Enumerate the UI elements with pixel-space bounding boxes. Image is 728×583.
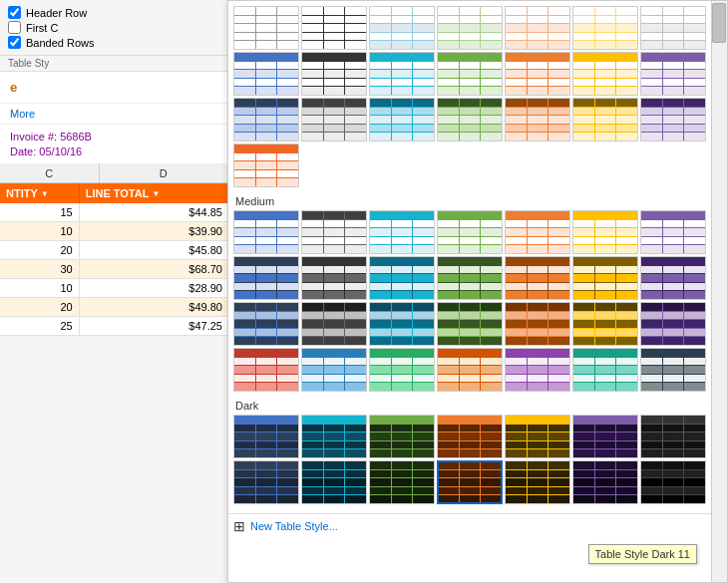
- dark-section-label: Dark: [233, 396, 708, 415]
- table-style-thumb[interactable]: [640, 256, 706, 300]
- column-headers: C D: [0, 163, 228, 183]
- table-style-thumb[interactable]: [572, 348, 638, 392]
- table-style-thumb[interactable]: [640, 460, 706, 504]
- table-style-thumb[interactable]: [369, 256, 435, 300]
- table-style-thumb[interactable]: [437, 460, 503, 504]
- header-row-option[interactable]: Header Row: [8, 6, 220, 19]
- table-style-thumb[interactable]: [640, 348, 706, 392]
- header-row-checkbox[interactable]: [8, 6, 21, 19]
- table-style-thumb[interactable]: [369, 52, 435, 96]
- table-style-thumb[interactable]: [640, 302, 706, 346]
- table-style-thumb[interactable]: [233, 6, 299, 50]
- table-style-thumb[interactable]: [301, 256, 367, 300]
- banded-rows-option[interactable]: Banded Rows: [8, 36, 220, 49]
- scrollbar-track[interactable]: [711, 1, 727, 582]
- invoice-number: Invoice #: 5686B: [10, 131, 218, 143]
- new-style-icon: ⊞: [233, 518, 245, 534]
- total-dropdown-arrow[interactable]: ▼: [152, 189, 160, 198]
- light-style-grid: [233, 6, 708, 187]
- table-style-thumb[interactable]: [640, 210, 706, 254]
- table-style-thumb[interactable]: [301, 52, 367, 96]
- left-panel: Header Row First C Banded Rows Table Sty…: [0, 0, 229, 583]
- table-row: 25 $47.25: [0, 317, 228, 336]
- table-style-thumb[interactable]: [437, 98, 503, 142]
- table-style-thumb[interactable]: [572, 210, 638, 254]
- table-style-thumb[interactable]: [505, 256, 570, 300]
- table-style-thumb[interactable]: [369, 415, 435, 458]
- invoice-title: e: [0, 72, 228, 104]
- table-style-thumb[interactable]: [233, 415, 299, 458]
- new-style-text: New Table Style...: [250, 520, 338, 532]
- table-style-thumb[interactable]: [233, 256, 299, 300]
- style-tooltip: Table Style Dark 11: [588, 544, 697, 564]
- table-style-thumb[interactable]: [301, 302, 367, 346]
- table-style-options: Header Row First C Banded Rows: [0, 0, 228, 56]
- table-style-thumb[interactable]: [572, 460, 638, 504]
- table-style-thumb[interactable]: [505, 460, 570, 504]
- table-style-thumb[interactable]: [572, 98, 638, 142]
- table-header: NTITY ▼ LINE TOTAL ▼: [0, 183, 228, 203]
- banded-rows-label: Banded Rows: [26, 37, 95, 49]
- table-style-thumb[interactable]: [505, 415, 570, 458]
- col-header-c: C: [0, 163, 100, 182]
- table-style-thumb[interactable]: [437, 210, 503, 254]
- new-table-style-link[interactable]: ⊞ New Table Style...: [228, 513, 727, 538]
- table-style-thumb[interactable]: [233, 348, 299, 392]
- table-style-thumb[interactable]: [640, 415, 706, 458]
- table-style-thumb[interactable]: [505, 348, 570, 392]
- scrollbar-thumb[interactable]: [712, 3, 726, 43]
- table-style-thumb[interactable]: [572, 52, 638, 96]
- table-style-thumb[interactable]: [233, 302, 299, 346]
- table-style-thumb[interactable]: [233, 144, 299, 187]
- table-style-thumb[interactable]: [233, 52, 299, 96]
- table-style-thumb[interactable]: [301, 348, 367, 392]
- table-style-thumb[interactable]: [572, 302, 638, 346]
- table-style-thumb[interactable]: [640, 52, 706, 96]
- table-style-thumb[interactable]: [437, 256, 503, 300]
- qty-header: NTITY ▼: [0, 183, 80, 203]
- table-style-thumb[interactable]: [640, 6, 706, 50]
- table-style-thumb[interactable]: [437, 415, 503, 458]
- table-style-thumb[interactable]: [301, 210, 367, 254]
- table-row: 20 $49.80: [0, 298, 228, 317]
- medium-section-label: Medium: [233, 191, 708, 210]
- total-row-checkbox[interactable]: [8, 21, 21, 34]
- learn-more-link[interactable]: More: [0, 104, 228, 125]
- table-style-thumb[interactable]: [505, 52, 570, 96]
- total-row-option[interactable]: First C: [8, 21, 220, 34]
- table-style-thumb[interactable]: [233, 460, 299, 504]
- table-style-thumb[interactable]: [369, 460, 435, 504]
- table-style-thumb[interactable]: [505, 6, 570, 50]
- panel-scroll-area: Medium Dark: [228, 1, 713, 513]
- medium-style-grid: [233, 210, 708, 392]
- table-style-thumb[interactable]: [233, 98, 299, 142]
- table-style-thumb[interactable]: [369, 302, 435, 346]
- table-style-thumb[interactable]: [437, 302, 503, 346]
- table-style-thumb[interactable]: [505, 302, 570, 346]
- table-style-thumb[interactable]: [369, 348, 435, 392]
- table-style-thumb[interactable]: [505, 98, 570, 142]
- table-style-thumb[interactable]: [301, 460, 367, 504]
- qty-dropdown-arrow[interactable]: ▼: [41, 189, 49, 198]
- table-row: 10 $28.90: [0, 279, 228, 298]
- table-style-thumb[interactable]: [301, 415, 367, 458]
- table-style-thumb[interactable]: [369, 6, 435, 50]
- table-style-thumb[interactable]: [572, 415, 638, 458]
- table-style-thumb[interactable]: [369, 98, 435, 142]
- table-style-thumb[interactable]: [640, 98, 706, 142]
- table-style-thumb[interactable]: [572, 256, 638, 300]
- table-row: 15 $44.85: [0, 203, 228, 222]
- table-style-thumb[interactable]: [437, 52, 503, 96]
- table-row: 20 $45.80: [0, 241, 228, 260]
- table-body: 15 $44.85 10 $39.90 20 $45.80 30 $68.70 …: [0, 203, 228, 336]
- table-style-thumb[interactable]: [301, 98, 367, 142]
- table-style-thumb[interactable]: [437, 348, 503, 392]
- table-style-thumb[interactable]: [233, 210, 299, 254]
- table-style-thumb[interactable]: [437, 6, 503, 50]
- table-style-thumb[interactable]: [572, 6, 638, 50]
- table-style-thumb[interactable]: [505, 210, 570, 254]
- table-row: 10 $39.90: [0, 222, 228, 241]
- table-style-thumb[interactable]: [369, 210, 435, 254]
- banded-rows-checkbox[interactable]: [8, 36, 21, 49]
- table-style-thumb[interactable]: [301, 6, 367, 50]
